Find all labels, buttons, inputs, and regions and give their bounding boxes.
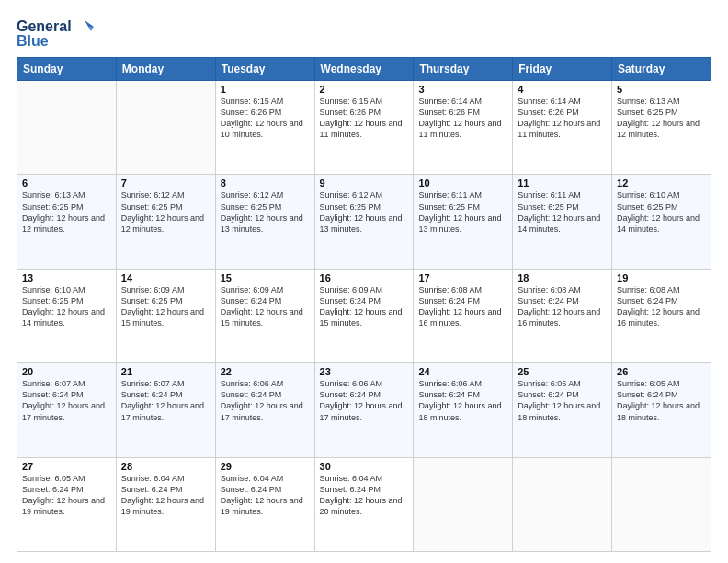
day-info: Sunrise: 6:04 AM Sunset: 6:24 PM Dayligh…	[221, 473, 310, 518]
day-cell: 9Sunrise: 6:12 AM Sunset: 6:25 PM Daylig…	[314, 175, 414, 269]
day-number: 16	[320, 272, 409, 283]
day-info: Sunrise: 6:04 AM Sunset: 6:24 PM Dayligh…	[320, 473, 409, 518]
day-info: Sunrise: 6:06 AM Sunset: 6:24 PM Dayligh…	[320, 378, 409, 423]
day-cell	[414, 457, 513, 551]
day-cell: 7Sunrise: 6:12 AM Sunset: 6:25 PM Daylig…	[116, 175, 215, 269]
day-number: 17	[418, 272, 507, 283]
day-info: Sunrise: 6:04 AM Sunset: 6:24 PM Dayligh…	[121, 473, 210, 518]
day-number: 25	[518, 366, 607, 377]
day-cell: 12Sunrise: 6:10 AM Sunset: 6:25 PM Dayli…	[612, 175, 711, 269]
day-cell: 22Sunrise: 6:06 AM Sunset: 6:24 PM Dayli…	[215, 363, 314, 457]
day-number: 13	[22, 272, 111, 283]
week-row-1: 1Sunrise: 6:15 AM Sunset: 6:26 PM Daylig…	[17, 81, 711, 175]
day-cell: 2Sunrise: 6:15 AM Sunset: 6:26 PM Daylig…	[314, 81, 414, 175]
day-cell: 20Sunrise: 6:07 AM Sunset: 6:24 PM Dayli…	[17, 363, 117, 457]
col-header-sunday: Sunday	[17, 58, 117, 81]
header: General Blue	[17, 17, 711, 50]
col-header-thursday: Thursday	[414, 58, 513, 81]
col-header-tuesday: Tuesday	[215, 58, 314, 81]
day-number: 6	[22, 178, 111, 189]
day-info: Sunrise: 6:07 AM Sunset: 6:24 PM Dayligh…	[121, 378, 210, 423]
day-number: 12	[617, 178, 706, 189]
day-info: Sunrise: 6:15 AM Sunset: 6:26 PM Dayligh…	[221, 96, 310, 141]
day-number: 18	[518, 272, 607, 283]
logo-blue: Blue	[17, 33, 49, 50]
day-info: Sunrise: 6:15 AM Sunset: 6:26 PM Dayligh…	[320, 96, 409, 141]
day-number: 7	[121, 178, 210, 189]
day-cell: 8Sunrise: 6:12 AM Sunset: 6:25 PM Daylig…	[215, 175, 314, 269]
day-cell: 3Sunrise: 6:14 AM Sunset: 6:26 PM Daylig…	[414, 81, 513, 175]
day-info: Sunrise: 6:12 AM Sunset: 6:25 PM Dayligh…	[121, 190, 210, 235]
day-cell: 23Sunrise: 6:06 AM Sunset: 6:24 PM Dayli…	[314, 363, 414, 457]
day-cell: 26Sunrise: 6:05 AM Sunset: 6:24 PM Dayli…	[612, 363, 711, 457]
day-cell: 28Sunrise: 6:04 AM Sunset: 6:24 PM Dayli…	[116, 457, 215, 551]
col-header-saturday: Saturday	[612, 58, 711, 81]
day-cell: 16Sunrise: 6:09 AM Sunset: 6:24 PM Dayli…	[314, 269, 414, 362]
day-cell: 1Sunrise: 6:15 AM Sunset: 6:26 PM Daylig…	[215, 81, 314, 175]
day-number: 15	[221, 272, 310, 283]
col-header-monday: Monday	[116, 58, 215, 81]
day-info: Sunrise: 6:12 AM Sunset: 6:25 PM Dayligh…	[221, 190, 310, 235]
day-number: 4	[518, 84, 607, 95]
day-info: Sunrise: 6:13 AM Sunset: 6:25 PM Dayligh…	[22, 190, 111, 235]
day-number: 11	[518, 178, 607, 189]
day-number: 1	[221, 84, 310, 95]
day-info: Sunrise: 6:09 AM Sunset: 6:24 PM Dayligh…	[221, 284, 310, 329]
day-number: 24	[418, 366, 507, 377]
calendar-header-row: SundayMondayTuesdayWednesdayThursdayFrid…	[17, 58, 711, 81]
day-number: 26	[617, 366, 706, 377]
week-row-2: 6Sunrise: 6:13 AM Sunset: 6:25 PM Daylig…	[17, 175, 711, 269]
page: General Blue SundayMondayTuesdayWednesda…	[0, 0, 728, 563]
day-cell: 29Sunrise: 6:04 AM Sunset: 6:24 PM Dayli…	[215, 457, 314, 551]
day-info: Sunrise: 6:05 AM Sunset: 6:24 PM Dayligh…	[617, 378, 706, 423]
svg-marker-0	[85, 20, 94, 27]
day-cell: 30Sunrise: 6:04 AM Sunset: 6:24 PM Dayli…	[314, 457, 414, 551]
day-number: 21	[121, 366, 210, 377]
day-number: 23	[320, 366, 409, 377]
day-cell	[612, 457, 711, 551]
day-cell	[116, 81, 215, 175]
day-number: 19	[617, 272, 706, 283]
day-cell: 15Sunrise: 6:09 AM Sunset: 6:24 PM Dayli…	[215, 269, 314, 362]
day-cell: 24Sunrise: 6:06 AM Sunset: 6:24 PM Dayli…	[414, 363, 513, 457]
day-info: Sunrise: 6:06 AM Sunset: 6:24 PM Dayligh…	[221, 378, 310, 423]
col-header-wednesday: Wednesday	[314, 58, 414, 81]
day-cell: 14Sunrise: 6:09 AM Sunset: 6:25 PM Dayli…	[116, 269, 215, 362]
day-number: 2	[320, 84, 409, 95]
day-cell: 10Sunrise: 6:11 AM Sunset: 6:25 PM Dayli…	[414, 175, 513, 269]
day-cell: 18Sunrise: 6:08 AM Sunset: 6:24 PM Dayli…	[513, 269, 612, 362]
day-info: Sunrise: 6:07 AM Sunset: 6:24 PM Dayligh…	[22, 378, 111, 423]
day-cell: 13Sunrise: 6:10 AM Sunset: 6:25 PM Dayli…	[17, 269, 117, 362]
day-info: Sunrise: 6:08 AM Sunset: 6:24 PM Dayligh…	[617, 284, 706, 329]
day-info: Sunrise: 6:05 AM Sunset: 6:24 PM Dayligh…	[518, 378, 607, 423]
day-cell: 5Sunrise: 6:13 AM Sunset: 6:25 PM Daylig…	[612, 81, 711, 175]
day-number: 8	[221, 178, 310, 189]
day-number: 14	[121, 272, 210, 283]
day-number: 20	[22, 366, 111, 377]
day-info: Sunrise: 6:14 AM Sunset: 6:26 PM Dayligh…	[418, 96, 507, 141]
logo-text-block: General Blue	[17, 17, 94, 50]
day-cell: 25Sunrise: 6:05 AM Sunset: 6:24 PM Dayli…	[513, 363, 612, 457]
day-number: 27	[22, 461, 111, 472]
day-cell: 19Sunrise: 6:08 AM Sunset: 6:24 PM Dayli…	[612, 269, 711, 362]
logo-bird-icon	[74, 17, 94, 37]
day-number: 30	[320, 461, 409, 472]
day-info: Sunrise: 6:09 AM Sunset: 6:24 PM Dayligh…	[320, 284, 409, 329]
day-number: 29	[221, 461, 310, 472]
day-cell: 17Sunrise: 6:08 AM Sunset: 6:24 PM Dayli…	[414, 269, 513, 362]
day-cell	[513, 457, 612, 551]
week-row-4: 20Sunrise: 6:07 AM Sunset: 6:24 PM Dayli…	[17, 363, 711, 457]
day-cell: 27Sunrise: 6:05 AM Sunset: 6:24 PM Dayli…	[17, 457, 117, 551]
day-info: Sunrise: 6:05 AM Sunset: 6:24 PM Dayligh…	[22, 473, 111, 518]
day-cell: 6Sunrise: 6:13 AM Sunset: 6:25 PM Daylig…	[17, 175, 117, 269]
day-info: Sunrise: 6:09 AM Sunset: 6:25 PM Dayligh…	[121, 284, 210, 329]
day-number: 28	[121, 461, 210, 472]
day-number: 9	[320, 178, 409, 189]
calendar: SundayMondayTuesdayWednesdayThursdayFrid…	[17, 57, 711, 552]
day-number: 5	[617, 84, 706, 95]
day-cell	[17, 81, 117, 175]
day-number: 10	[418, 178, 507, 189]
day-info: Sunrise: 6:11 AM Sunset: 6:25 PM Dayligh…	[518, 190, 607, 235]
day-cell: 21Sunrise: 6:07 AM Sunset: 6:24 PM Dayli…	[116, 363, 215, 457]
day-info: Sunrise: 6:10 AM Sunset: 6:25 PM Dayligh…	[22, 284, 111, 329]
